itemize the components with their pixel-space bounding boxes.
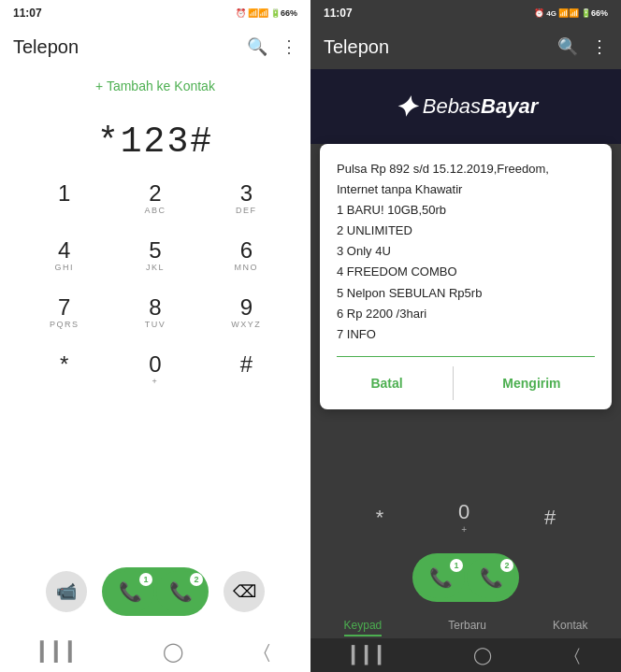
- bebas-bayar-icon: ✦: [394, 91, 417, 123]
- video-button[interactable]: 📹: [46, 571, 87, 612]
- key-6[interactable]: 6 MNO: [201, 228, 292, 285]
- delete-icon: ⌫: [233, 581, 256, 602]
- right-key-0[interactable]: 0 +: [458, 500, 469, 535]
- key-2[interactable]: 2 ABC: [109, 171, 200, 228]
- key-7[interactable]: 7 PQRS: [19, 285, 109, 342]
- call-badge-2: 2: [190, 573, 203, 586]
- delete-button[interactable]: ⌫: [224, 571, 265, 612]
- dialog-box: Pulsa Rp 892 s/d 15.12.2019,Freedom,Inte…: [320, 144, 612, 409]
- left-app-bar: Telepon 🔍 ⋮: [0, 24, 310, 69]
- cancel-button[interactable]: Batal: [352, 366, 421, 400]
- right-key-hash[interactable]: #: [544, 506, 556, 530]
- right-nav-recents-icon[interactable]: ▎▎▎: [352, 645, 391, 665]
- dialog-content: Pulsa Rp 892 s/d 15.12.2019,Freedom,Inte…: [337, 159, 595, 345]
- video-icon: 📹: [56, 581, 77, 602]
- add-contact-button[interactable]: + Tambah ke Kontak: [0, 69, 310, 93]
- right-call-badge-1: 1: [450, 559, 463, 572]
- battery-icon: 🔋66%: [270, 8, 297, 18]
- right-phone-icon-2: 📞: [480, 566, 503, 589]
- search-icon[interactable]: 🔍: [247, 36, 267, 57]
- left-status-bar: 11:07 ⏰ 📶📶 🔋66%: [0, 0, 310, 24]
- right-call-btn-2[interactable]: 📞 2: [467, 557, 515, 598]
- key-4[interactable]: 4 GHI: [19, 228, 109, 285]
- tab-terbaru[interactable]: Terbaru: [448, 619, 486, 635]
- dialog-separator: [453, 366, 454, 400]
- right-battery-icon: 🔋66%: [581, 8, 608, 18]
- key-5[interactable]: 5 JKL: [109, 228, 200, 285]
- tab-keypad[interactable]: Keypad: [344, 619, 383, 636]
- call-badge-1: 1: [139, 573, 152, 586]
- left-app-icons: 🔍 ⋮: [247, 36, 297, 57]
- key-star[interactable]: *: [19, 342, 109, 399]
- right-status-bar: 11:07 ⏰ 4G 📶📶 🔋66%: [310, 0, 621, 24]
- left-time: 11:07: [13, 7, 42, 20]
- dialog-actions: Batal Mengirim: [337, 357, 595, 409]
- dialed-number: *123#: [0, 93, 310, 171]
- right-search-icon[interactable]: 🔍: [557, 36, 578, 57]
- call-button-group: 📞 1 📞 2: [102, 567, 209, 616]
- right-menu-icon[interactable]: ⋮: [591, 36, 608, 57]
- bebas-bayar-text: BebasBayar: [423, 94, 539, 119]
- alarm-icon: ⏰: [236, 8, 246, 18]
- right-app-bar: Telepon 🔍 ⋮: [310, 24, 621, 69]
- bebas-bayar-logo: ✦ BebasBayar: [394, 91, 539, 123]
- bottom-tabs: Keypad Terbaru Kontak: [310, 613, 621, 638]
- nav-home-icon[interactable]: ◯: [163, 640, 183, 663]
- key-1[interactable]: 1: [19, 171, 109, 228]
- key-3[interactable]: 3 DEF: [201, 171, 292, 228]
- phone-icon-2: 📞: [169, 580, 193, 603]
- right-signal-icon: 📶📶: [558, 8, 579, 18]
- right-call-button-group: 📞 1 📞 2: [412, 553, 519, 602]
- right-keypad-row: * 0 + #: [310, 493, 621, 542]
- right-alarm-icon: ⏰: [534, 8, 544, 18]
- left-panel: 11:07 ⏰ 📶📶 🔋66% Telepon 🔍 ⋮ + Tambah ke …: [0, 0, 310, 672]
- right-status-icons: ⏰ 4G 📶📶 🔋66%: [534, 8, 608, 18]
- right-4g-icon: 4G: [546, 9, 556, 18]
- right-call-badge-2: 2: [500, 559, 513, 572]
- right-call-area: 📞 1 📞 2: [310, 548, 621, 608]
- right-nav-back-icon[interactable]: 〈: [574, 646, 580, 665]
- right-phone-icon-1: 📞: [429, 566, 453, 589]
- left-app-title: Telepon: [13, 36, 79, 58]
- tab-keypad-label: Keypad: [344, 619, 383, 632]
- send-button[interactable]: Mengirim: [484, 366, 579, 400]
- right-bottom: * 0 + # 📞 1 📞 2 Keypad: [310, 493, 621, 672]
- right-nav-home-icon[interactable]: ◯: [473, 645, 492, 665]
- key-9[interactable]: 9 WXYZ: [201, 285, 292, 342]
- left-nav-bar: ▎▎▎ ◯ 〈: [0, 631, 310, 672]
- right-app-icons: 🔍 ⋮: [557, 36, 608, 57]
- phone-icon-1: 📞: [119, 580, 142, 603]
- nav-back-icon[interactable]: ▎▎▎: [40, 640, 82, 663]
- right-call-btn-1[interactable]: 📞 1: [416, 557, 465, 598]
- dialog-message: Pulsa Rp 892 s/d 15.12.2019,Freedom,Inte…: [337, 162, 549, 341]
- add-contact-label: + Tambah ke Kontak: [95, 79, 215, 93]
- call-btn-1[interactable]: 📞 1: [106, 571, 154, 612]
- right-time: 11:07: [324, 7, 353, 20]
- dialpad: 1 2 ABC 3 DEF 4 GHI 5 JKL 6 MNO 7 PQRS 8: [0, 171, 310, 399]
- key-hash[interactable]: #: [201, 342, 292, 399]
- key-0[interactable]: 0 +: [109, 342, 200, 399]
- right-app-title: Telepon: [324, 36, 389, 58]
- left-status-icons: ⏰ 📶📶 🔋66%: [236, 8, 297, 18]
- tab-terbaru-label: Terbaru: [448, 619, 486, 632]
- right-key-star[interactable]: *: [376, 506, 384, 530]
- tab-kontak-label: Kontak: [553, 619, 587, 632]
- key-8[interactable]: 8 TUV: [109, 285, 200, 342]
- bebas-bayar-header: ✦ BebasBayar: [310, 69, 621, 144]
- menu-icon[interactable]: ⋮: [281, 36, 297, 57]
- call-btn-2[interactable]: 📞 2: [156, 571, 205, 612]
- right-nav-bar: ▎▎▎ ◯ 〈: [310, 638, 621, 672]
- right-panel: 11:07 ⏰ 4G 📶📶 🔋66% Telepon 🔍 ⋮ ✦ BebasBa…: [310, 0, 621, 672]
- bottom-action-bar: 📹 📞 1 📞 2 ⌫: [0, 558, 310, 625]
- nav-recents-icon[interactable]: 〈: [264, 641, 270, 663]
- signal-icon: 📶📶: [248, 8, 268, 18]
- tab-kontak[interactable]: Kontak: [553, 619, 587, 635]
